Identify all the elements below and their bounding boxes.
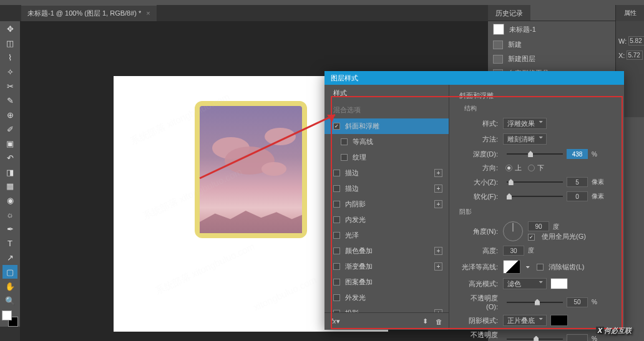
wand-tool[interactable]: ✧ (2, 65, 17, 79)
checkbox-icon[interactable] (341, 138, 348, 145)
checkbox-icon[interactable] (341, 154, 348, 161)
artwork-frame (195, 101, 307, 238)
type-tool[interactable]: T (2, 237, 17, 251)
checkbox-icon[interactable] (333, 232, 340, 239)
blur-tool[interactable]: ◉ (2, 194, 17, 208)
highlight-opacity-slider[interactable] (507, 302, 563, 303)
depth-slider[interactable] (507, 153, 563, 155)
size-input[interactable] (567, 177, 588, 187)
checkbox-icon[interactable] (333, 310, 340, 312)
style-contour[interactable]: 等高线 (324, 134, 449, 150)
heal-tool[interactable]: ⊕ (2, 108, 17, 122)
antialias-checkbox[interactable] (537, 264, 544, 271)
move-tool[interactable]: ✥ (2, 22, 17, 36)
style-gradient-overlay[interactable]: 渐变叠加+ (324, 259, 449, 274)
style-satin[interactable]: 光泽 (324, 228, 449, 243)
brush-tool[interactable]: ✐ (2, 122, 17, 136)
document-tab[interactable]: 未标题-1 @ 100% (图层 1, RGB/8#) *× (21, 5, 157, 21)
style-texture[interactable]: 纹理 (324, 150, 449, 165)
checkbox-icon[interactable] (333, 201, 340, 208)
add-icon[interactable]: + (434, 247, 442, 255)
add-icon[interactable]: + (434, 200, 442, 208)
angle-input[interactable] (528, 221, 549, 231)
style-stroke[interactable]: 描边+ (324, 181, 449, 196)
trash-icon[interactable]: 🗑 (436, 318, 442, 325)
shape-tool[interactable]: ▢ (2, 265, 17, 279)
add-icon[interactable]: + (434, 309, 442, 312)
soften-input[interactable] (567, 191, 588, 201)
depth-input[interactable] (567, 149, 588, 159)
blend-options[interactable]: 混合选项 (324, 102, 449, 118)
style-bevel-emboss[interactable]: 斜面和浮雕 (324, 118, 449, 134)
checkbox-icon[interactable] (333, 294, 340, 301)
layer-style-dialog: 图层样式 样式 混合选项 斜面和浮雕 等高线 纹理 描边+ 描边+ 内阴影+ 内… (324, 71, 624, 330)
tool-palette: ✥ ◫ ⌇ ✧ ✂ ✎ ⊕ ✐ ▣ ↶ ◨ ▦ ◉ ☼ ✒ T ↗ ▢ ✋ 🔍 (0, 21, 20, 327)
marquee-tool[interactable]: ◫ (2, 37, 17, 50)
dodge-tool[interactable]: ☼ (2, 208, 17, 222)
checkbox-icon[interactable] (333, 263, 340, 270)
section-title: 斜面和浮雕 (459, 91, 614, 100)
path-tool[interactable]: ↗ (2, 251, 17, 265)
dialog-title: 图层样式 (324, 71, 624, 85)
technique-dropdown[interactable]: 雕刻清晰 (503, 133, 547, 145)
style-inner-glow[interactable]: 内发光 (324, 212, 449, 228)
shadow-color-swatch[interactable] (550, 315, 568, 326)
soften-slider[interactable] (507, 196, 563, 197)
properties-tab[interactable]: 属性 (616, 5, 644, 21)
zoom-tool[interactable]: 🔍 (2, 294, 17, 307)
style-color-overlay[interactable]: 颜色叠加+ (324, 243, 449, 259)
checkbox-icon[interactable] (333, 279, 340, 286)
gloss-contour-picker[interactable] (503, 260, 520, 274)
stamp-tool[interactable]: ▣ (2, 137, 17, 150)
altitude-input[interactable] (503, 246, 524, 256)
history-brush-tool[interactable]: ↶ (2, 151, 17, 165)
eraser-tool[interactable]: ◨ (2, 165, 17, 179)
gradient-tool[interactable]: ▦ (2, 180, 17, 193)
hand-tool[interactable]: ✋ (2, 279, 17, 293)
add-icon[interactable]: + (434, 262, 442, 271)
global-light-checkbox[interactable] (528, 234, 535, 241)
lasso-tool[interactable]: ⌇ (2, 51, 17, 65)
width-input[interactable] (628, 36, 644, 46)
shadow-opacity-input[interactable] (567, 334, 588, 342)
pen-tool[interactable]: ✒ (2, 223, 17, 236)
fx-menu[interactable]: fx▾ (331, 317, 340, 325)
structure-label: 结构 (464, 104, 614, 113)
style-drop-shadow[interactable]: 投影+ (324, 305, 449, 312)
checkbox-icon[interactable] (333, 216, 340, 223)
eyedropper-tool[interactable]: ✎ (2, 94, 17, 108)
shadow-opacity-slider[interactable] (507, 339, 563, 340)
direction-down-radio[interactable] (528, 165, 535, 171)
style-inner-shadow[interactable]: 内阴影+ (324, 196, 449, 212)
style-stroke[interactable]: 描边+ (324, 165, 449, 181)
shadow-mode-dropdown[interactable]: 正片叠底 (503, 315, 547, 326)
direction-up-radio[interactable] (505, 165, 512, 171)
arrow-icon[interactable]: ⬍ (422, 317, 428, 325)
checkbox-icon[interactable] (333, 170, 340, 176)
size-slider[interactable] (507, 181, 563, 183)
add-icon[interactable]: + (434, 169, 442, 177)
close-tab-icon[interactable]: × (146, 9, 150, 17)
highlight-opacity-input[interactable] (567, 297, 588, 307)
styles-header[interactable]: 样式 (324, 85, 449, 102)
history-tab[interactable]: 历史记录 (488, 5, 530, 21)
shading-label: 阴影 (459, 208, 614, 216)
checkbox-icon[interactable] (333, 185, 340, 192)
angle-dial[interactable] (503, 221, 523, 241)
checkbox-icon[interactable] (333, 123, 340, 130)
style-dropdown[interactable]: 浮雕效果 (503, 118, 547, 129)
highlight-mode-dropdown[interactable]: 滤色 (503, 278, 547, 289)
highlight-color-swatch[interactable] (550, 278, 568, 289)
watermark-logo: X何必互联 (596, 323, 632, 336)
checkbox-icon[interactable] (333, 247, 340, 254)
add-icon[interactable]: + (434, 185, 442, 193)
style-pattern-overlay[interactable]: 图案叠加 (324, 274, 449, 290)
color-swatches[interactable] (2, 310, 18, 327)
crop-tool[interactable]: ✂ (2, 80, 17, 94)
x-input[interactable] (627, 50, 643, 60)
style-outer-glow[interactable]: 外发光 (324, 290, 449, 305)
